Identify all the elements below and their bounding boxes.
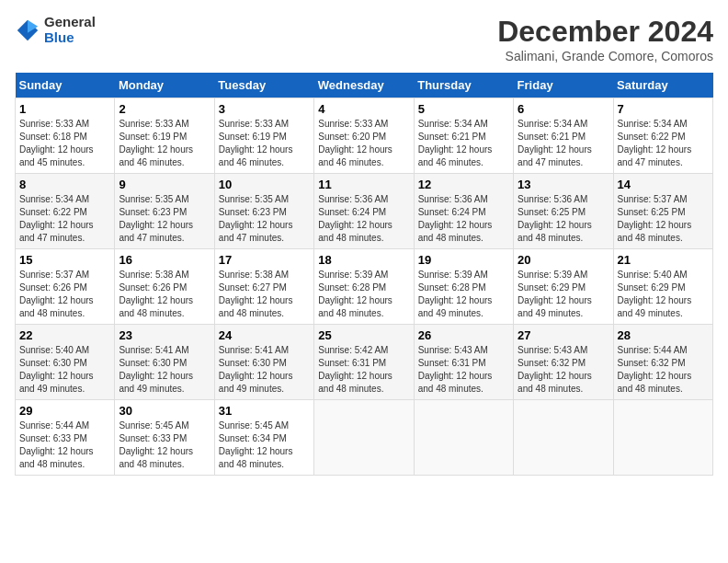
day-info: Sunrise: 5:36 AMSunset: 6:24 PMDaylight:…: [418, 193, 509, 245]
day-info: Sunrise: 5:33 AMSunset: 6:18 PMDaylight:…: [19, 118, 110, 169]
day-info: Sunrise: 5:40 AMSunset: 6:29 PMDaylight:…: [618, 269, 709, 320]
calendar-cell: 8Sunrise: 5:34 AMSunset: 6:22 PMDaylight…: [16, 174, 115, 249]
logo-text: General Blue: [44, 15, 96, 45]
title-block: December 2024 Salimani, Grande Comore, C…: [497, 15, 713, 63]
calendar-cell: [314, 400, 414, 476]
day-info: Sunrise: 5:34 AMSunset: 6:22 PMDaylight:…: [19, 193, 110, 245]
col-tuesday: Tuesday: [214, 73, 313, 98]
calendar-cell: 13Sunrise: 5:36 AMSunset: 6:25 PMDayligh…: [514, 174, 613, 249]
day-number: 18: [318, 253, 409, 267]
calendar-cell: 29Sunrise: 5:44 AMSunset: 6:33 PMDayligh…: [16, 400, 115, 476]
calendar-cell: 19Sunrise: 5:39 AMSunset: 6:28 PMDayligh…: [414, 249, 513, 325]
day-info: Sunrise: 5:33 AMSunset: 6:19 PMDaylight:…: [219, 118, 310, 169]
calendar-cell: 24Sunrise: 5:41 AMSunset: 6:30 PMDayligh…: [214, 325, 313, 400]
calendar-cell: 31Sunrise: 5:45 AMSunset: 6:34 PMDayligh…: [214, 400, 313, 476]
day-number: 7: [618, 102, 709, 116]
calendar-cell: [514, 400, 613, 476]
header-row: Sunday Monday Tuesday Wednesday Thursday…: [16, 73, 713, 98]
day-number: 27: [518, 328, 609, 342]
calendar-row: 29Sunrise: 5:44 AMSunset: 6:33 PMDayligh…: [16, 400, 713, 476]
day-info: Sunrise: 5:38 AMSunset: 6:27 PMDaylight:…: [219, 269, 310, 320]
calendar-cell: 2Sunrise: 5:33 AMSunset: 6:19 PMDaylight…: [115, 98, 214, 174]
calendar-cell: [414, 400, 513, 476]
day-info: Sunrise: 5:35 AMSunset: 6:23 PMDaylight:…: [119, 193, 210, 245]
day-number: 14: [618, 178, 709, 191]
day-info: Sunrise: 5:43 AMSunset: 6:31 PMDaylight:…: [418, 344, 509, 396]
logo-blue: Blue: [44, 30, 96, 46]
day-info: Sunrise: 5:34 AMSunset: 6:21 PMDaylight:…: [418, 118, 509, 169]
col-saturday: Saturday: [613, 73, 712, 98]
day-info: Sunrise: 5:38 AMSunset: 6:26 PMDaylight:…: [119, 269, 210, 320]
calendar-cell: 30Sunrise: 5:45 AMSunset: 6:33 PMDayligh…: [115, 400, 214, 476]
calendar-cell: 5Sunrise: 5:34 AMSunset: 6:21 PMDaylight…: [414, 98, 513, 174]
calendar-row: 1Sunrise: 5:33 AMSunset: 6:18 PMDaylight…: [16, 98, 713, 174]
col-thursday: Thursday: [414, 73, 513, 98]
day-info: Sunrise: 5:44 AMSunset: 6:33 PMDaylight:…: [19, 419, 110, 471]
calendar-cell: 23Sunrise: 5:41 AMSunset: 6:30 PMDayligh…: [115, 325, 214, 400]
day-info: Sunrise: 5:36 AMSunset: 6:24 PMDaylight:…: [318, 193, 409, 245]
logo-general: General: [44, 15, 96, 30]
day-info: Sunrise: 5:35 AMSunset: 6:23 PMDaylight:…: [219, 193, 310, 245]
day-number: 4: [318, 102, 409, 116]
day-number: 13: [518, 178, 609, 191]
calendar-cell: 18Sunrise: 5:39 AMSunset: 6:28 PMDayligh…: [314, 249, 414, 325]
day-number: 1: [19, 102, 110, 116]
day-info: Sunrise: 5:45 AMSunset: 6:34 PMDaylight:…: [219, 419, 310, 471]
subtitle: Salimani, Grande Comore, Comoros: [497, 49, 713, 63]
day-number: 2: [119, 102, 210, 116]
day-number: 30: [119, 404, 210, 418]
day-number: 19: [418, 253, 509, 267]
calendar-cell: 4Sunrise: 5:33 AMSunset: 6:20 PMDaylight…: [314, 98, 414, 174]
calendar-cell: 7Sunrise: 5:34 AMSunset: 6:22 PMDaylight…: [613, 98, 712, 174]
calendar-cell: 25Sunrise: 5:42 AMSunset: 6:31 PMDayligh…: [314, 325, 414, 400]
day-number: 29: [19, 404, 110, 418]
calendar-row: 22Sunrise: 5:40 AMSunset: 6:30 PMDayligh…: [16, 325, 713, 400]
day-info: Sunrise: 5:41 AMSunset: 6:30 PMDaylight:…: [219, 344, 310, 396]
day-info: Sunrise: 5:37 AMSunset: 6:25 PMDaylight:…: [618, 193, 709, 245]
calendar-cell: 22Sunrise: 5:40 AMSunset: 6:30 PMDayligh…: [16, 325, 115, 400]
calendar-cell: 11Sunrise: 5:36 AMSunset: 6:24 PMDayligh…: [314, 174, 414, 249]
day-number: 9: [119, 178, 210, 191]
day-number: 31: [219, 404, 310, 418]
calendar-cell: 16Sunrise: 5:38 AMSunset: 6:26 PMDayligh…: [115, 249, 214, 325]
day-number: 17: [219, 253, 310, 267]
day-info: Sunrise: 5:36 AMSunset: 6:25 PMDaylight:…: [518, 193, 609, 245]
calendar-cell: 15Sunrise: 5:37 AMSunset: 6:26 PMDayligh…: [16, 249, 115, 325]
day-info: Sunrise: 5:43 AMSunset: 6:32 PMDaylight:…: [518, 344, 609, 396]
col-sunday: Sunday: [16, 73, 115, 98]
calendar-cell: 17Sunrise: 5:38 AMSunset: 6:27 PMDayligh…: [214, 249, 313, 325]
page-header: General Blue December 2024 Salimani, Gra…: [15, 15, 713, 63]
day-info: Sunrise: 5:39 AMSunset: 6:29 PMDaylight:…: [518, 269, 609, 320]
day-number: 8: [19, 178, 110, 191]
day-number: 24: [219, 328, 310, 342]
day-info: Sunrise: 5:39 AMSunset: 6:28 PMDaylight:…: [318, 269, 409, 320]
calendar-cell: 10Sunrise: 5:35 AMSunset: 6:23 PMDayligh…: [214, 174, 313, 249]
col-wednesday: Wednesday: [314, 73, 414, 98]
day-info: Sunrise: 5:39 AMSunset: 6:28 PMDaylight:…: [418, 269, 509, 320]
day-info: Sunrise: 5:33 AMSunset: 6:20 PMDaylight:…: [318, 118, 409, 169]
main-title: December 2024: [497, 15, 713, 49]
calendar-cell: 12Sunrise: 5:36 AMSunset: 6:24 PMDayligh…: [414, 174, 513, 249]
col-monday: Monday: [115, 73, 214, 98]
logo: General Blue: [15, 15, 96, 45]
day-info: Sunrise: 5:37 AMSunset: 6:26 PMDaylight:…: [19, 269, 110, 320]
day-info: Sunrise: 5:33 AMSunset: 6:19 PMDaylight:…: [119, 118, 210, 169]
day-number: 11: [318, 178, 409, 191]
calendar-cell: 26Sunrise: 5:43 AMSunset: 6:31 PMDayligh…: [414, 325, 513, 400]
day-number: 6: [518, 102, 609, 116]
day-number: 25: [318, 328, 409, 342]
day-info: Sunrise: 5:45 AMSunset: 6:33 PMDaylight:…: [119, 419, 210, 471]
day-info: Sunrise: 5:42 AMSunset: 6:31 PMDaylight:…: [318, 344, 409, 396]
day-number: 12: [418, 178, 509, 191]
calendar-cell: 21Sunrise: 5:40 AMSunset: 6:29 PMDayligh…: [613, 249, 712, 325]
calendar-cell: 20Sunrise: 5:39 AMSunset: 6:29 PMDayligh…: [514, 249, 613, 325]
day-info: Sunrise: 5:34 AMSunset: 6:21 PMDaylight:…: [518, 118, 609, 169]
day-number: 23: [119, 328, 210, 342]
calendar-cell: 9Sunrise: 5:35 AMSunset: 6:23 PMDaylight…: [115, 174, 214, 249]
day-number: 16: [119, 253, 210, 267]
calendar-table: Sunday Monday Tuesday Wednesday Thursday…: [15, 73, 713, 476]
day-info: Sunrise: 5:34 AMSunset: 6:22 PMDaylight:…: [618, 118, 709, 169]
day-info: Sunrise: 5:41 AMSunset: 6:30 PMDaylight:…: [119, 344, 210, 396]
col-friday: Friday: [514, 73, 613, 98]
day-number: 10: [219, 178, 310, 191]
